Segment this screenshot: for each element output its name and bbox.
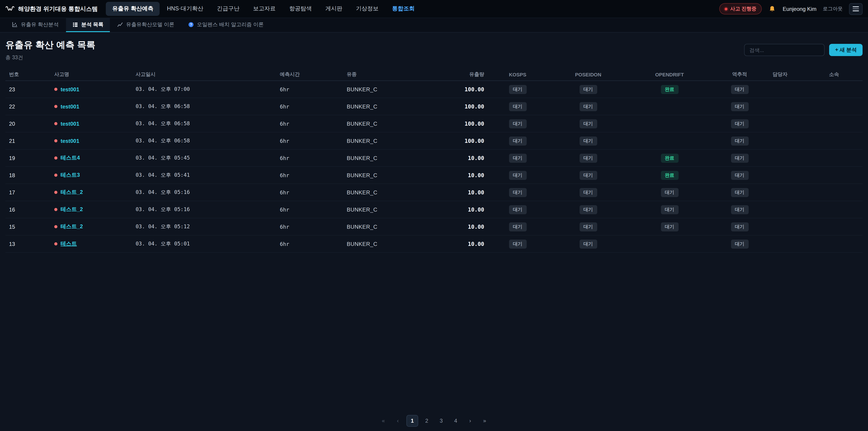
page-button-2[interactable]: 2 (421, 415, 433, 427)
cell-manager (769, 81, 826, 98)
incident-name-link[interactable]: 테스트4 (61, 154, 80, 162)
page-last-button[interactable]: » (479, 415, 491, 427)
cell-incident-name: test001 (51, 115, 132, 132)
incident-name-link[interactable]: 테스트 (61, 240, 77, 248)
cell-duration: 6hr (276, 149, 343, 166)
cell-org (826, 184, 863, 201)
nav-item-oil-spill-prediction[interactable]: 유출유 확산예측 (106, 2, 160, 16)
cell-manager (769, 201, 826, 218)
page-button-1[interactable]: 1 (406, 415, 418, 427)
search-input[interactable] (744, 44, 825, 56)
tab-analysis-list[interactable]: 분석 목록 (66, 18, 110, 32)
cell-duration: 6hr (276, 218, 343, 235)
tab-label: 유출유 확산분석 (21, 21, 59, 28)
incident-name-link[interactable]: test001 (61, 103, 79, 110)
cell-poseidon: 대기 (548, 132, 629, 149)
status-badge: 대기 (509, 119, 526, 128)
status-badge: 대기 (731, 222, 748, 231)
total-count: 총 33건 (5, 54, 95, 61)
cell-oil-type: BUNKER_C (343, 81, 438, 98)
app: 해양환경 위기대응 통합시스템 유출유 확산예측 HNS·대기확산 긴급구난 보… (0, 0, 868, 431)
nav-item-weather[interactable]: 기상정보 (350, 2, 385, 16)
incident-name-link[interactable]: 테스트3 (61, 171, 80, 179)
page-next-button[interactable]: › (464, 415, 476, 427)
col-opendrift: OPENDRIFT (629, 68, 710, 81)
cell-manager (769, 235, 826, 252)
cell-opendrift (629, 98, 710, 115)
cell-oil-type: BUNKER_C (343, 235, 438, 252)
cell-opendrift (629, 132, 710, 149)
cell-no: 15 (5, 218, 51, 235)
incident-name-link[interactable]: 테스트_2 (61, 188, 83, 196)
cell-backtrack: 대기 (710, 201, 769, 218)
cell-org (826, 201, 863, 218)
page-button-4[interactable]: 4 (450, 415, 462, 427)
incident-dot-icon (54, 208, 57, 211)
incident-dot-icon (54, 139, 57, 143)
incident-in-progress-badge[interactable]: 사고 진행중 (719, 3, 762, 14)
nav-item-aerial-search[interactable]: 항공탐색 (283, 2, 318, 16)
logo-title: 해양환경 위기대응 통합시스템 (18, 5, 98, 13)
incident-dot-icon (54, 191, 57, 194)
cell-datetime: 03. 04. 오후 05:41 (132, 166, 276, 184)
page-button-3[interactable]: 3 (435, 415, 447, 427)
status-badge: 대기 (731, 119, 748, 128)
tab-spread-analysis[interactable]: 유출유 확산분석 (5, 18, 65, 32)
table-row: 13테스트03. 04. 오후 05:016hrBUNKER_C10.00대기대… (5, 235, 863, 252)
col-poseidon: POSEIDON (548, 68, 629, 81)
cell-amount: 100.00 (438, 81, 488, 98)
status-badge: 완료 (661, 153, 678, 162)
cell-incident-name: test001 (51, 98, 132, 115)
nav-item-integrated-search[interactable]: 통합조회 (386, 2, 421, 16)
cell-duration: 6hr (276, 235, 343, 252)
app-logo[interactable]: 해양환경 위기대응 통합시스템 (5, 5, 98, 13)
page-head: 유출유 확산 예측 목록 총 33건 + 새 분석 (5, 39, 863, 61)
table-row: 16테스트_203. 04. 오후 05:166hrBUNKER_C10.00대… (5, 201, 863, 218)
nav-item-board[interactable]: 게시판 (319, 2, 349, 16)
cell-duration: 6hr (276, 115, 343, 132)
cell-duration: 6hr (276, 98, 343, 115)
cell-backtrack: 대기 (710, 81, 769, 98)
main-content: 유출유 확산 예측 목록 총 33건 + 새 분석 번호 사고명 사고일시 예측… (0, 39, 868, 253)
cell-kosps: 대기 (488, 98, 548, 115)
nav-item-reports[interactable]: 보고자료 (247, 2, 282, 16)
incident-name-link[interactable]: 테스트_2 (61, 223, 83, 230)
logout-button[interactable]: 로그아웃 (823, 5, 843, 12)
notification-bell-icon[interactable] (768, 5, 776, 13)
cell-amount: 10.00 (438, 184, 488, 201)
col-forecast-duration: 예측시간 (276, 68, 343, 81)
cell-datetime: 03. 04. 오후 06:58 (132, 115, 276, 132)
status-badge: 대기 (509, 102, 526, 111)
cell-datetime: 03. 04. 오후 07:00 (132, 81, 276, 98)
cell-incident-name: 테스트4 (51, 149, 132, 166)
table-row: 17테스트_203. 04. 오후 05:166hrBUNKER_C10.00대… (5, 184, 863, 201)
cell-kosps: 대기 (488, 235, 548, 252)
cell-no: 23 (5, 81, 51, 98)
incident-name-link[interactable]: test001 (61, 137, 79, 144)
status-badge: 대기 (509, 171, 526, 180)
incident-name-link[interactable]: test001 (61, 120, 79, 127)
page-prev-button[interactable]: ‹ (392, 415, 404, 427)
cell-kosps: 대기 (488, 184, 548, 201)
status-badge: 대기 (731, 102, 748, 111)
nav-item-hns-diffusion[interactable]: HNS·대기확산 (160, 2, 210, 16)
cell-manager (769, 98, 826, 115)
nav-item-emergency-rescue[interactable]: 긴급구난 (211, 2, 246, 16)
cell-kosps: 대기 (488, 81, 548, 98)
tab-oilfence-algorithm-theory[interactable]: ? 오일펜스 배치 알고리즘 이론 (182, 18, 270, 32)
status-badge: 대기 (579, 205, 597, 214)
status-badge: 대기 (579, 171, 597, 180)
list-icon (72, 22, 78, 28)
cell-opendrift: 대기 (629, 218, 710, 235)
table-row: 19테스트403. 04. 오후 05:456hrBUNKER_C10.00대기… (5, 149, 863, 166)
hamburger-menu-icon[interactable] (849, 3, 863, 15)
tab-bar: 유출유 확산분석 분석 목록 유출유확산모델 이론 ? 오일펜스 배치 알고리즘… (0, 18, 868, 33)
cell-datetime: 03. 04. 오후 05:01 (132, 235, 276, 252)
cell-poseidon: 대기 (548, 166, 629, 184)
page-first-button[interactable]: « (377, 415, 389, 427)
incident-name-link[interactable]: test001 (61, 86, 79, 92)
tab-model-theory[interactable]: 유출유확산모델 이론 (111, 18, 181, 32)
new-analysis-button[interactable]: + 새 분석 (829, 44, 863, 56)
incident-name-link[interactable]: 테스트_2 (61, 206, 83, 213)
incident-dot-icon (54, 225, 57, 228)
